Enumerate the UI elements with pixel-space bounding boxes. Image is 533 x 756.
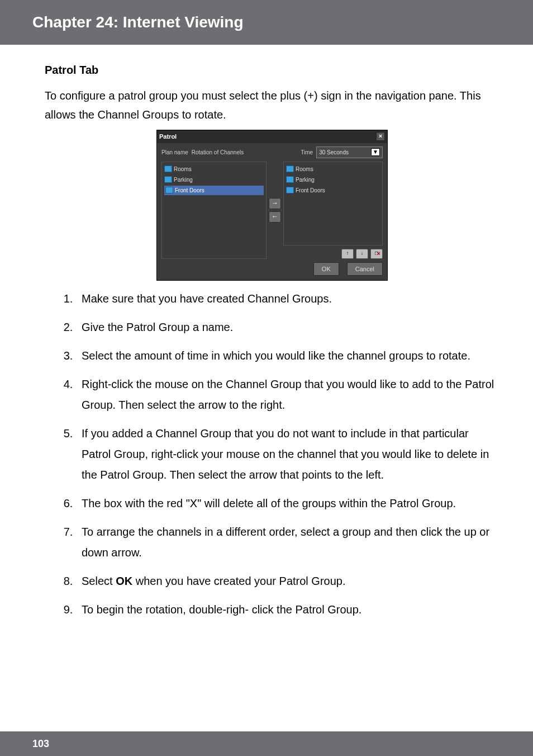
instruction-list: Make sure that you have created Channel …	[45, 289, 499, 620]
cancel-button[interactable]: Cancel	[347, 262, 383, 276]
step-item: The box with the red "X" will delete all…	[76, 493, 499, 514]
patrol-dialog: Patrol × Plan name Rotation of Channels …	[156, 130, 388, 281]
section-subhead: Patrol Tab	[45, 60, 499, 79]
group-icon	[164, 176, 172, 183]
intro-paragraph: To configure a patrol group you must sel…	[45, 86, 499, 124]
step-item: Give the Patrol Group a name.	[76, 317, 499, 338]
plan-name-value[interactable]: Rotation of Channels	[192, 148, 244, 157]
ok-button[interactable]: OK	[313, 262, 339, 276]
ok-strong: OK	[116, 575, 132, 587]
screenshot-figure: Patrol × Plan name Rotation of Channels …	[45, 130, 499, 281]
time-label: Time	[301, 148, 313, 157]
list-item[interactable]: Front Doors	[286, 186, 380, 195]
page-number: 103	[32, 738, 49, 750]
list-item-selected[interactable]: Front Doors	[164, 186, 264, 195]
available-groups-list[interactable]: Rooms Parking Front Doors	[161, 162, 266, 259]
step-item: Right-click the mouse on the Channel Gro…	[76, 374, 499, 415]
step-item: Select OK when you have created your Pat…	[76, 571, 499, 592]
list-item[interactable]: Rooms	[164, 164, 264, 174]
list-item[interactable]: Parking	[164, 175, 264, 185]
dialog-footer: OK Cancel	[161, 262, 383, 276]
dialog-body: Plan name Rotation of Channels Time 30 S…	[157, 143, 387, 281]
group-icon	[286, 187, 294, 193]
time-select[interactable]: 30 Seconds ▼	[316, 147, 383, 158]
group-icon	[286, 166, 294, 172]
page-footer: 103	[0, 731, 533, 756]
page-content: Patrol Tab To configure a patrol group y…	[0, 45, 533, 620]
move-left-button[interactable]: ←	[269, 211, 281, 223]
step-item: To begin the rotation, double-righ- clic…	[76, 599, 499, 620]
group-icon	[165, 187, 173, 193]
step-item: Select the amount of time in which you w…	[76, 346, 499, 366]
step-item: If you added a Channel Group that you do…	[76, 423, 499, 485]
move-right-button[interactable]: →	[269, 198, 281, 209]
close-icon[interactable]: ×	[376, 132, 385, 141]
dialog-title: Patrol	[159, 131, 177, 142]
group-icon	[164, 166, 172, 172]
transfer-buttons: → ←	[269, 162, 281, 259]
move-down-button[interactable]: ↓	[356, 249, 368, 259]
group-icon	[286, 176, 294, 183]
order-buttons: ↑ ↓ □	[283, 249, 383, 259]
plan-name-label: Plan name	[161, 148, 188, 157]
chevron-down-icon: ▼	[371, 148, 380, 156]
move-up-button[interactable]: ↑	[341, 249, 354, 259]
list-item[interactable]: Rooms	[286, 164, 380, 174]
dialog-top-row: Plan name Rotation of Channels Time 30 S…	[161, 147, 383, 158]
chapter-title: Chapter 24: Internet Viewing	[32, 13, 522, 31]
step-item: To arrange the channels in a different o…	[76, 522, 499, 563]
list-item[interactable]: Parking	[286, 175, 380, 185]
dialog-titlebar: Patrol ×	[157, 130, 387, 143]
chapter-header: Chapter 24: Internet Viewing	[0, 0, 533, 45]
dual-list: Rooms Parking Front Doors → ← Rooms Park…	[161, 162, 383, 259]
time-value: 30 Seconds	[319, 148, 349, 157]
step-item: Make sure that you have created Channel …	[76, 289, 499, 309]
delete-all-button[interactable]: □	[370, 249, 383, 259]
selected-groups-list[interactable]: Rooms Parking Front Doors	[283, 162, 383, 245]
